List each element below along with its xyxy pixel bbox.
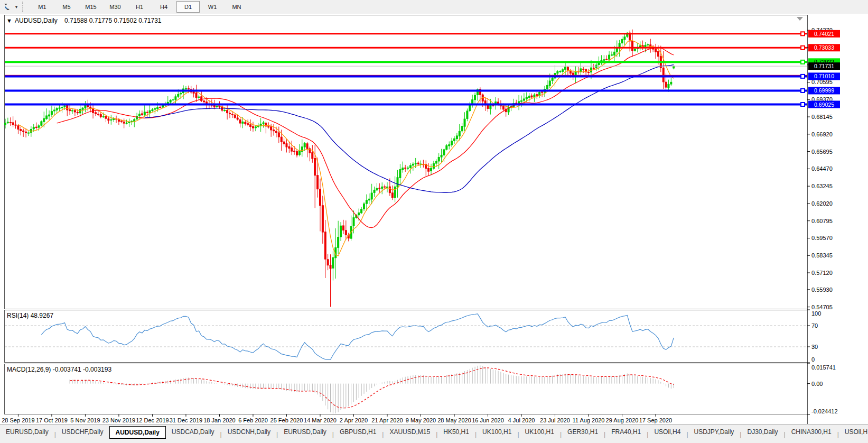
tab-xauusd-m15[interactable]: XAUUSD,M15 xyxy=(384,426,436,438)
toolbar-dropdown-caret[interactable]: ▾ xyxy=(13,2,20,12)
svg-text:0.69025: 0.69025 xyxy=(814,101,834,108)
svg-text:0.015741: 0.015741 xyxy=(811,364,836,371)
tab-audusd-daily[interactable]: AUDUSD,Daily xyxy=(109,426,166,439)
price-tick: 0.66920 xyxy=(811,131,833,137)
date-tick: 6 Feb 2020 xyxy=(238,417,268,423)
tab-fra40-h1[interactable]: FRA40,H1 xyxy=(605,426,647,438)
price-tick: 0.65695 xyxy=(811,149,833,155)
price-tick: 0.55930 xyxy=(811,287,833,293)
timeframe-mn[interactable]: MN xyxy=(225,1,248,13)
tab-usdcad-daily[interactable]: USDCAD,Daily xyxy=(166,426,220,438)
timeframe-w1[interactable]: W1 xyxy=(201,1,224,13)
price-tick: 0.60795 xyxy=(811,218,833,224)
chart-title-dropdown-icon[interactable]: ▼ xyxy=(6,17,12,24)
date-tick: 28 Sep 2019 xyxy=(2,417,34,423)
macd-pane xyxy=(5,364,808,414)
timeframe-m1[interactable]: M1 xyxy=(31,1,54,13)
date-tick: 28 May 2020 xyxy=(437,417,471,423)
timeframe-h1[interactable]: H1 xyxy=(128,1,151,13)
price-tick: 0.68145 xyxy=(811,114,833,120)
price-tick: 0.57120 xyxy=(811,270,833,276)
chart-title: AUDUSD,Daily 0.71588 0.71775 0.71502 0.7… xyxy=(15,17,162,24)
timeframe-m30[interactable]: M30 xyxy=(104,1,127,13)
date-tick: 17 Sep 2020 xyxy=(639,417,672,423)
svg-text:0: 0 xyxy=(811,356,815,363)
date-tick: 23 Nov 2019 xyxy=(102,417,135,423)
date-tick: 17 Oct 2019 xyxy=(36,417,68,423)
date-tick: 31 Dec 2019 xyxy=(170,417,202,423)
svg-text:70: 70 xyxy=(811,322,818,329)
tab-eurusd-daily[interactable]: EURUSD,Daily xyxy=(278,426,332,438)
timeframe-m15[interactable]: M15 xyxy=(79,1,102,13)
svg-text:0.71010: 0.71010 xyxy=(814,73,834,79)
svg-text:100: 100 xyxy=(811,310,821,317)
tab-eurusd-daily[interactable]: EURUSD,Daily xyxy=(0,426,54,438)
tab-uk100-h1[interactable]: UK100,H1 xyxy=(477,426,517,438)
date-tick: 2 Apr 2020 xyxy=(340,417,368,423)
svg-text:0.74021: 0.74021 xyxy=(814,31,834,37)
toolbar-grip[interactable] xyxy=(22,2,27,12)
tab-usoil-h[interactable]: USOil,H xyxy=(839,426,868,438)
price-tick: 0.63245 xyxy=(811,183,833,189)
timeframe-h4[interactable]: H4 xyxy=(152,1,175,13)
svg-text:0.00: 0.00 xyxy=(811,381,823,387)
date-tick: 5 Nov 2019 xyxy=(70,417,100,423)
date-tick: 12 Dec 2019 xyxy=(136,417,169,423)
date-tick: 4 Jul 2020 xyxy=(508,417,535,423)
rsi-pane xyxy=(5,310,808,363)
chart-arrows-icon[interactable] xyxy=(2,2,13,12)
date-tick: 18 Jan 2020 xyxy=(203,417,236,423)
mt4-window: ▾ M1M5M15M30H1H4D1W1MN 0.742700.730450.7… xyxy=(0,0,868,443)
tab-dj30-daily[interactable]: DJ30,Daily xyxy=(741,426,783,438)
date-tick: 25 Feb 2020 xyxy=(270,417,303,423)
rsi-label: RSI(14) 48.9267 xyxy=(7,312,53,319)
tab-usoil-h4[interactable]: USOil,H4 xyxy=(648,426,686,438)
tab-usdchf-daily[interactable]: USDCHF,Daily xyxy=(56,426,109,438)
price-tick: 0.64470 xyxy=(811,165,833,172)
timeframe-buttons: M1M5M15M30H1H4D1W1MN xyxy=(30,1,249,13)
date-tick: 21 Apr 2020 xyxy=(371,417,403,423)
svg-text:0.71731: 0.71731 xyxy=(814,63,834,69)
tab-gbpusd-h1[interactable]: GBPUSD,H1 xyxy=(334,426,382,438)
svg-text:0.73033: 0.73033 xyxy=(814,44,834,51)
chart-tabs-bar: EURUSD,Daily|USDCHF,DailyAUDUSD,DailyUSD… xyxy=(0,424,868,443)
date-tick: 16 Jun 2020 xyxy=(472,417,504,423)
date-tick: 14 Mar 2020 xyxy=(304,417,337,423)
date-tick: 11 Aug 2020 xyxy=(573,417,605,423)
timeframe-d1[interactable]: D1 xyxy=(176,1,200,13)
macd-label: MACD(12,26,9) -0.003741 -0.003193 xyxy=(7,366,111,373)
timeframe-m5[interactable]: M5 xyxy=(55,1,78,13)
chart-arrows-icon-svg xyxy=(3,3,12,11)
tab-usdjpy-daily[interactable]: USDJPY,Daily xyxy=(688,426,740,438)
price-pane xyxy=(5,15,808,309)
date-tick: 23 Jul 2020 xyxy=(540,417,570,423)
chart-title-ohlc: 0.71588 0.71775 0.71502 0.71731 xyxy=(64,17,162,24)
svg-text:30: 30 xyxy=(811,344,818,350)
svg-text:0.69999: 0.69999 xyxy=(814,87,834,94)
price-tick: 0.59570 xyxy=(811,235,833,241)
chart-title-symbol: AUDUSD,Daily xyxy=(15,17,58,24)
tab-uk100-h1[interactable]: UK100,H1 xyxy=(519,426,560,438)
price-tick: 0.58345 xyxy=(811,252,833,259)
date-tick: 9 May 2020 xyxy=(406,417,436,423)
chart-area: 0.742700.730450.718200.705950.693700.681… xyxy=(0,14,868,424)
price-tick: 0.62020 xyxy=(811,200,833,207)
timeframe-toolbar: ▾ M1M5M15M30H1H4D1W1MN xyxy=(0,0,868,14)
price-tick: 0.54705 xyxy=(811,304,833,310)
tab-usdcnh-daily[interactable]: USDCNH,Daily xyxy=(222,426,276,438)
date-tick: 29 Aug 2020 xyxy=(606,417,639,423)
tab-china300-h1[interactable]: CHINA300,H1 xyxy=(786,426,837,438)
tab-hk50-h1[interactable]: HK50,H1 xyxy=(437,426,475,438)
tab-ger30-h1[interactable]: GER30,H1 xyxy=(562,426,604,438)
svg-text:-0.024412: -0.024412 xyxy=(811,408,838,414)
